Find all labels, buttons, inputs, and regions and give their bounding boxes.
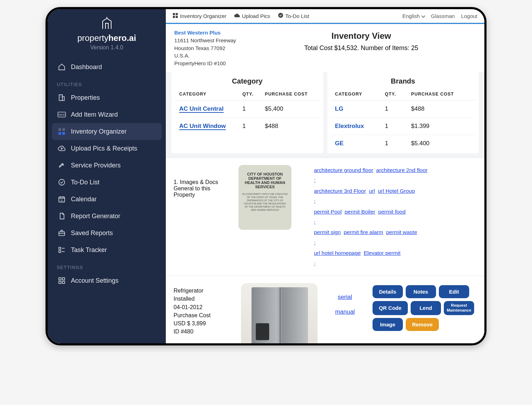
brand-link[interactable]: Elextrolux: [331, 117, 381, 135]
cloud-small-icon: [234, 13, 240, 19]
details-button[interactable]: Details: [373, 285, 403, 298]
svg-rect-12: [59, 247, 61, 250]
top-todo-list[interactable]: To-Do List: [278, 13, 309, 19]
item-id: ID #480: [174, 327, 232, 336]
nav-saved-reports[interactable]: Saved Reports: [52, 225, 162, 241]
cell-text: AC Unit Central: [179, 105, 224, 113]
cell-cost: $5.400: [407, 135, 475, 152]
nav-account-settings[interactable]: Account Settings: [52, 272, 162, 289]
nav-label: Upload Pics & Receipts: [71, 145, 137, 152]
svg-rect-7: [62, 132, 65, 135]
nav-service-providers[interactable]: Service Providers: [52, 157, 162, 174]
nav-properties[interactable]: Properties: [52, 89, 162, 106]
notes-button[interactable]: Notes: [406, 285, 436, 298]
doc-link[interactable]: url: [369, 188, 375, 194]
check-circle-icon: [58, 178, 66, 186]
cell-cost: $488: [261, 117, 320, 135]
nav-dashboard[interactable]: Dashboard: [52, 59, 162, 75]
nav-task-tracker[interactable]: Task Tracker: [52, 241, 162, 258]
language-label: English: [402, 13, 419, 19]
category-link[interactable]: AC Unit Window: [175, 117, 238, 135]
lend-button[interactable]: Lend: [411, 301, 441, 315]
doc-link[interactable]: architecture 3rd Floor: [314, 188, 366, 194]
top-inventory-organizer[interactable]: Inventory Organizer: [173, 13, 226, 19]
svg-text:31: 31: [60, 199, 63, 202]
new-badge-icon: NEW: [58, 110, 66, 119]
request-maintenance-button[interactable]: Request Maintenance: [444, 301, 474, 315]
edit-button[interactable]: Edit: [439, 285, 469, 298]
doc-link[interactable]: permit Boiler: [345, 209, 375, 215]
nav-report-generator[interactable]: Report Generator: [52, 208, 162, 225]
category-table: CATEGORY QTY. PURCHASE COST AC Unit Cent…: [175, 88, 320, 135]
cell-qty: 1: [381, 135, 407, 152]
doc-sep: ;: [314, 240, 315, 246]
header-right: Inventory View Total Cost $14,532. Numbe…: [247, 29, 476, 67]
nav-add-item-wizard[interactable]: NEW Add Item Wizard: [52, 106, 162, 123]
document-icon: [58, 212, 66, 220]
doc-link[interactable]: url Hotel Group: [378, 188, 415, 194]
item-cost-value: USD $ 3,899: [174, 319, 232, 327]
user-name[interactable]: Glassman: [431, 13, 455, 19]
property-addr2: Houston Texas 77092: [174, 44, 236, 52]
doc-sep: ;: [314, 260, 315, 266]
svg-rect-14: [59, 278, 61, 280]
doc-link[interactable]: architecture ground floor: [314, 167, 373, 173]
nav-label: Task Tracker: [71, 246, 107, 254]
cell-qty: 1: [238, 117, 261, 135]
cell-cost: $488: [407, 100, 475, 117]
doc-link[interactable]: url hotel homepage: [314, 250, 361, 256]
top-upload-pics[interactable]: Upload Pics: [234, 13, 270, 19]
svg-rect-18: [173, 13, 175, 15]
doc-link[interactable]: architecture 2nd floor: [376, 167, 428, 173]
manual-link[interactable]: manual: [326, 308, 364, 315]
doc-link[interactable]: permit fire alarm: [344, 229, 383, 235]
doc-link[interactable]: permit waste: [386, 229, 417, 235]
property-name[interactable]: Best Western Plus: [174, 29, 236, 37]
svg-rect-5: [62, 128, 65, 131]
category-link[interactable]: AC Unit Central: [175, 100, 238, 117]
svg-point-8: [59, 179, 65, 185]
top-label: Inventory Organizer: [180, 13, 226, 19]
nav-label: Saved Reports: [71, 229, 113, 237]
calendar-icon: 31: [58, 195, 66, 203]
chevron-down-icon: [421, 14, 425, 18]
nav-inventory-organizer[interactable]: Inventory Organizer: [52, 123, 162, 140]
docs-label: 1. Images & Docs General to this Propert…: [174, 165, 230, 198]
remove-button[interactable]: Remove: [406, 318, 439, 331]
image-button[interactable]: Image: [373, 318, 403, 331]
item-thumbnail[interactable]: [241, 283, 317, 343]
nav-section-utilities: UTILITIES: [48, 75, 166, 89]
doc-thumbnail[interactable]: CITY OF HOUSTON DEPARTMENT OF HEALTH AND…: [238, 165, 291, 230]
doc-link[interactable]: permit food: [378, 209, 406, 215]
nav-todo-list[interactable]: To-Do List: [52, 174, 162, 191]
doc-thumb-body: IN CONFORMITY WITH THE STATUTES OF THE S…: [242, 192, 288, 212]
nav-upload-pics[interactable]: Upload Pics & Receipts: [52, 140, 162, 157]
qr-code-button[interactable]: QR Code: [373, 301, 408, 315]
content: Best Western Plus 11611 Northwest Freewa…: [166, 24, 484, 343]
item-actions: Details Notes Edit QR Code Lend Request …: [373, 283, 477, 331]
table-row: AC Unit Window 1 $488: [175, 117, 320, 135]
nav-calendar[interactable]: 31 Calendar: [52, 191, 162, 208]
grid-small-icon: [173, 13, 178, 19]
item-info: Refrigerator Installed 04-01-2012 Purcha…: [174, 283, 232, 336]
property-idline: PropertyHero ID #100: [174, 60, 236, 67]
item-row: Refrigerator Installed 04-01-2012 Purcha…: [166, 276, 484, 343]
doc-sep: ;: [314, 177, 315, 183]
brand-part1: property: [77, 33, 108, 43]
logout-link[interactable]: Logout: [461, 13, 477, 19]
table-row: Elextrolux 1 $1.399: [331, 117, 476, 135]
nav-label: Dashboard: [71, 63, 102, 71]
cell-qty: 1: [381, 117, 407, 135]
briefcase-icon: [58, 229, 66, 237]
serial-link[interactable]: serial: [326, 294, 364, 301]
nav: Dashboard UTILITIES Properties NEW Add I…: [48, 59, 166, 289]
doc-link[interactable]: Elevator permit: [364, 250, 400, 256]
topbar-left: Inventory Organizer Upload Pics To-Do Li…: [173, 13, 309, 19]
doc-link[interactable]: permit sign: [314, 229, 341, 235]
grid-icon: [58, 127, 66, 136]
doc-link[interactable]: permit Pool: [314, 209, 341, 215]
language-selector[interactable]: English: [402, 13, 424, 19]
brand-link[interactable]: GE: [331, 135, 381, 152]
svg-text:NEW: NEW: [59, 113, 65, 116]
brand-link[interactable]: LG: [331, 100, 381, 117]
